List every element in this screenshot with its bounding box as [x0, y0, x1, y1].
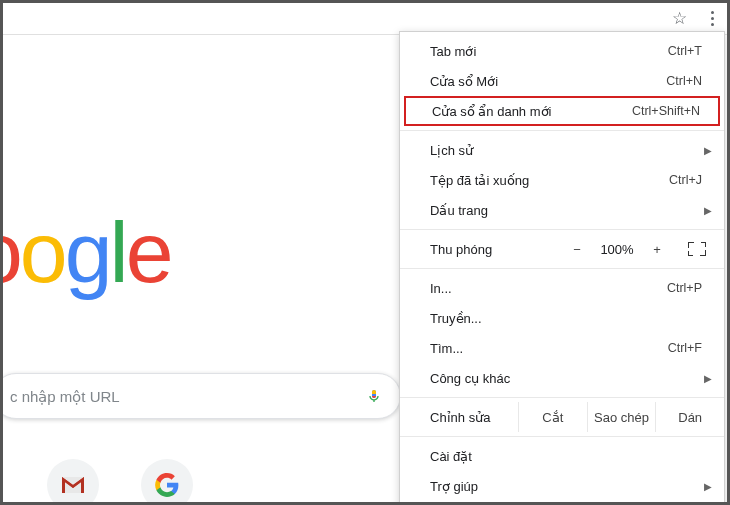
google-logo: oogle [0, 203, 170, 302]
submenu-arrow-icon: ▶ [704, 205, 712, 216]
menu-label: Dấu trang [430, 203, 702, 218]
submenu-arrow-icon: ▶ [704, 145, 712, 156]
menu-downloads[interactable]: Tệp đã tải xuống Ctrl+J [400, 165, 724, 195]
fullscreen-icon[interactable] [688, 242, 706, 256]
voice-search-icon[interactable] [366, 385, 382, 407]
chrome-main-menu: Tab mới Ctrl+T Cửa sổ Mới Ctrl+N Cửa sổ … [399, 31, 725, 505]
menu-shortcut: Ctrl+T [668, 44, 702, 58]
edit-cut-button[interactable]: Cắt [518, 402, 587, 432]
menu-label: Công cụ khác [430, 371, 702, 386]
search-input[interactable] [10, 388, 366, 405]
menu-shortcut: Ctrl+N [666, 74, 702, 88]
menu-shortcut: Ctrl+Shift+N [632, 104, 700, 118]
kebab-menu-icon[interactable] [703, 7, 721, 30]
menu-label: Cài đặt [430, 449, 702, 464]
menu-new-tab[interactable]: Tab mới Ctrl+T [400, 36, 724, 66]
submenu-arrow-icon: ▶ [704, 373, 712, 384]
submenu-arrow-icon: ▶ [704, 481, 712, 492]
menu-label: Tab mới [430, 44, 668, 59]
menu-cast[interactable]: Truyền... [400, 303, 724, 333]
menu-help[interactable]: Trợ giúp ▶ [400, 471, 724, 501]
menu-more-tools[interactable]: Công cụ khác ▶ [400, 363, 724, 393]
menu-label: Chỉnh sửa [430, 410, 518, 425]
zoom-out-button[interactable]: − [560, 242, 594, 257]
menu-print[interactable]: In... Ctrl+P [400, 273, 724, 303]
zoom-value: 100% [594, 242, 640, 257]
menu-edit-row: Chỉnh sửa Cắt Sao chép Dán [400, 402, 724, 432]
menu-label: Thu phóng [430, 242, 560, 257]
menu-settings[interactable]: Cài đặt [400, 441, 724, 471]
menu-new-window[interactable]: Cửa sổ Mới Ctrl+N [400, 66, 724, 96]
menu-label: Trợ giúp [430, 479, 702, 494]
bookmark-star-icon[interactable]: ☆ [672, 8, 687, 29]
menu-label: Cửa sổ Mới [430, 74, 666, 89]
menu-bookmarks[interactable]: Dấu trang ▶ [400, 195, 724, 225]
menu-label: Tìm... [430, 341, 668, 356]
menu-label: Tệp đã tải xuống [430, 173, 669, 188]
menu-find[interactable]: Tìm... Ctrl+F [400, 333, 724, 363]
edit-copy-button[interactable]: Sao chép [587, 402, 656, 432]
google-g-icon [154, 472, 180, 498]
search-box[interactable] [0, 373, 401, 419]
menu-zoom: Thu phóng − 100% + [400, 234, 724, 264]
menu-label: Lịch sử [430, 143, 702, 158]
menu-shortcut: Ctrl+J [669, 173, 702, 187]
menu-shortcut: Ctrl+P [667, 281, 702, 295]
menu-label: Cửa sổ ẩn danh mới [432, 104, 632, 119]
shortcut-gmail[interactable] [47, 459, 99, 505]
menu-history[interactable]: Lịch sử ▶ [400, 135, 724, 165]
edit-paste-button[interactable]: Dán [655, 402, 724, 432]
zoom-in-button[interactable]: + [640, 242, 674, 257]
menu-label: In... [430, 281, 667, 296]
menu-shortcut: Ctrl+F [668, 341, 702, 355]
menu-new-incognito[interactable]: Cửa sổ ẩn danh mới Ctrl+Shift+N [404, 96, 720, 126]
gmail-icon [60, 475, 86, 495]
shortcut-google[interactable] [141, 459, 193, 505]
menu-label: Truyền... [430, 311, 702, 326]
